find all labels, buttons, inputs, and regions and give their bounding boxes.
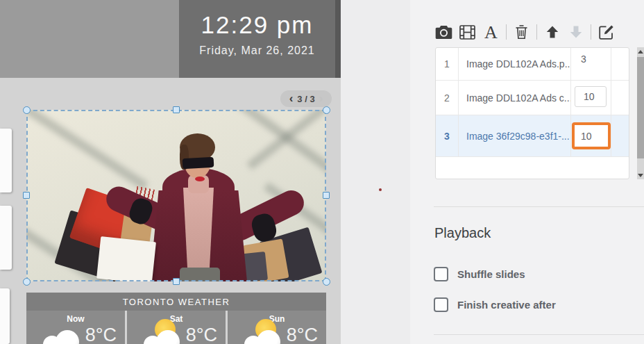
slide-toolbar: A — [435, 22, 615, 42]
section-divider — [434, 206, 644, 207]
resize-handle-top-right[interactable] — [323, 106, 330, 114]
photo-sunglasses — [183, 157, 214, 169]
weather-forecast: Now 8°C Sat 8°C Sun 8°C — [26, 311, 326, 344]
move-slide-up-button[interactable] — [543, 24, 561, 41]
shopping-photo — [26, 110, 326, 281]
slide-name: Image 36f29c98-e3f1-... — [459, 115, 571, 156]
photo-lips — [195, 177, 205, 181]
table-row[interactable]: 2 Image DDL102A Ads c... 10 — [436, 81, 629, 115]
shuffle-slides-checkbox[interactable] — [434, 267, 448, 281]
resize-handle-top-left[interactable] — [23, 106, 31, 114]
weather-temp: 8°C — [287, 325, 318, 344]
move-slide-down-button — [567, 24, 584, 41]
duration-cell[interactable]: 3 — [571, 48, 611, 80]
resize-handle-bottom[interactable] — [173, 278, 180, 285]
slide-pager: ‹ 3 / 3 › — [280, 90, 332, 107]
spacer-cell — [611, 48, 629, 80]
playback-heading: Playback — [434, 225, 491, 241]
weather-col-now: Now 8°C — [26, 311, 125, 344]
edit-slide-button[interactable] — [598, 24, 615, 41]
prev-slide-chevron-icon[interactable]: ‹ — [289, 92, 294, 105]
duration-input-highlighted[interactable]: 10 — [572, 122, 611, 149]
option-label: Shuffle slides — [457, 268, 525, 280]
toolbar-divider — [591, 24, 591, 40]
toolbar-divider — [506, 24, 507, 40]
weather-day-label: Sat — [127, 314, 226, 324]
slides-table: 1 Image DDL102A Ads.p... 3 2 Image DDL10… — [435, 47, 629, 179]
resize-handle-top[interactable] — [173, 106, 180, 113]
creative-editor: 12:29 pm Friday, Mar 26, 2021 — [0, 0, 644, 344]
sun-cloud-icon — [243, 329, 282, 344]
arrow-up-icon — [545, 25, 559, 39]
slide-preview-canvas[interactable]: 12:29 pm Friday, Mar 26, 2021 — [0, 0, 341, 344]
add-video-button[interactable] — [459, 24, 476, 41]
shuffle-slides-option: Shuffle slides — [434, 267, 525, 281]
weather-temp: 8°C — [186, 325, 217, 344]
finish-creative-checkbox[interactable] — [434, 297, 448, 312]
weather-widget[interactable]: TORONTO WEATHER Now 8°C Sat 8°C Sun 8°C — [26, 293, 326, 344]
sun-cloud-icon — [142, 329, 181, 344]
delete-slide-button[interactable] — [513, 24, 530, 41]
option-label: Finish creative after — [457, 299, 556, 311]
cursor-dot — [379, 188, 382, 191]
duration-value: 3 — [581, 54, 586, 65]
row-number: 2 — [436, 81, 459, 115]
weather-col-sun: Sun 8°C — [228, 311, 326, 344]
section-divider — [434, 334, 644, 335]
clock-time: 12:29 pm — [179, 11, 335, 39]
spacer-cell — [611, 81, 629, 115]
next-slide-chevron-icon: › — [319, 92, 323, 105]
row-number: 3 — [436, 115, 459, 156]
table-footer — [436, 157, 629, 179]
weather-day-label: Sun — [228, 314, 326, 324]
duration-input[interactable]: 10 — [575, 86, 607, 107]
weather-title: TORONTO WEATHER — [26, 293, 326, 311]
slide-counter: 3 / 3 — [297, 94, 314, 104]
resize-handle-bottom-left[interactable] — [23, 278, 31, 286]
scroll-down-icon[interactable] — [637, 171, 644, 179]
row-number: 1 — [436, 48, 459, 80]
editor-gutter — [341, 0, 410, 344]
duration-cell: 10 — [571, 115, 611, 156]
camera-icon — [435, 25, 452, 40]
film-icon — [459, 25, 475, 40]
add-image-button[interactable] — [435, 24, 452, 41]
trash-icon — [515, 24, 528, 40]
text-tool-icon: A — [484, 24, 498, 41]
sun-icon — [155, 319, 176, 340]
photo-background-shape — [26, 110, 149, 190]
scrollbar-thumb[interactable] — [637, 57, 644, 158]
resize-handle-right[interactable] — [323, 192, 330, 199]
finish-creative-option: Finish creative after — [434, 297, 556, 312]
duration-cell: 10 — [571, 81, 611, 115]
scroll-up-icon[interactable] — [637, 47, 644, 56]
clock-widget-edge — [335, 0, 341, 78]
toolbar-divider — [536, 24, 537, 40]
spacer-cell — [611, 115, 629, 156]
edit-icon — [598, 24, 614, 40]
photo-bag-white — [96, 236, 156, 281]
photo-skirt — [180, 268, 220, 281]
cloud-icon — [42, 329, 80, 344]
clock-widget[interactable]: 12:29 pm Friday, Mar 26, 2021 — [179, 0, 335, 78]
weather-day-label: Now — [26, 314, 125, 324]
add-text-button[interactable]: A — [482, 24, 500, 41]
offscreen-widget-card — [0, 206, 12, 270]
sun-icon — [255, 319, 276, 340]
slide-name: Image DDL102A Ads.p... — [459, 48, 571, 80]
slide-name: Image DDL102A Ads c... — [459, 81, 571, 115]
table-row-selected[interactable]: 3 Image 36f29c98-e3f1-... 10 — [436, 115, 629, 157]
table-row[interactable]: 1 Image DDL102A Ads.p... 3 — [436, 48, 629, 81]
table-scrollbar[interactable] — [637, 47, 644, 179]
weather-col-sat: Sat 8°C — [127, 311, 226, 344]
offscreen-widget-card — [0, 129, 12, 193]
weather-temp: 8°C — [85, 325, 117, 344]
resize-handle-bottom-right[interactable] — [323, 278, 330, 286]
selected-image-widget[interactable] — [26, 110, 326, 281]
resize-handle-left[interactable] — [23, 192, 30, 199]
clock-date: Friday, Mar 26, 2021 — [179, 44, 335, 57]
arrow-down-icon — [569, 25, 583, 39]
offscreen-widget-card — [0, 288, 10, 344]
